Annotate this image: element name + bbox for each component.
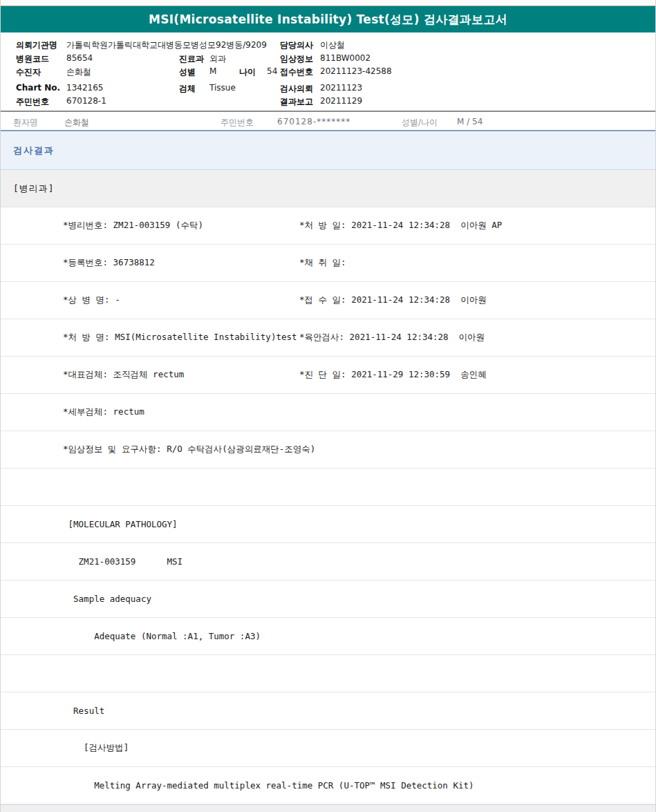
receipt-no-label: 접수번호 xyxy=(280,66,313,78)
clinical-info-label: 임상정보 xyxy=(280,53,313,65)
table-row: ZM21-003159 MSI xyxy=(1,543,655,580)
patient-strip: 환자명 손화철 주민번호 670128-******* 성별/나이 M / 54 xyxy=(1,112,655,131)
department-name: [병리과] xyxy=(13,182,55,195)
table-row: Sample adequacy xyxy=(1,580,655,618)
age-value: 54 xyxy=(267,66,277,76)
report-title-bar: MSI(Microsatellite Instability) Test(성모)… xyxy=(1,6,655,32)
rrn-value: 670128-1 xyxy=(66,96,106,106)
report-page: MSI(Microsatellite Instability) Test(성모)… xyxy=(0,0,656,812)
info-row-examinee: 수진자 손화철 성별 M 나이 54 접수번호 20211123-42588 xyxy=(1,66,655,80)
chart-no-label: Chart No. xyxy=(16,83,60,93)
sex-value: M xyxy=(209,66,216,76)
sub-specimen: *세부검체: rectum xyxy=(63,406,299,418)
receipt-no-value: 20211123-42588 xyxy=(320,66,392,76)
header-info-section: 의뢰기관명 가톨릭학원가톨릭대학교대병동모병성모92병동/9209 담당의사 이… xyxy=(1,32,655,112)
table-row: *세부검체: rectum xyxy=(1,394,655,431)
prescription-date: *처 방 일: 2021-11-24 12:34:28 이아원 AP xyxy=(299,220,655,232)
disease-name: *상 병 명: - xyxy=(63,294,299,306)
patient-sex-age-label: 성별/나이 xyxy=(402,117,438,129)
specimen-value: Tissue xyxy=(209,83,236,93)
report-date-value: 20211129 xyxy=(320,96,362,106)
result-rows: *병리번호: ZM21-003159 (수탁) *처 방 일: 2021-11-… xyxy=(1,207,655,804)
result-section-header: 검사결과 xyxy=(1,131,655,170)
patient-sex-age-value: M / 54 xyxy=(457,117,482,126)
report-date-label: 결과보고 xyxy=(280,96,313,108)
receipt-date: *접 수 일: 2021-11-24 12:34:28 이아원 xyxy=(299,294,655,306)
patient-name-label: 환자명 xyxy=(13,117,38,129)
patient-rrn-label: 주민번호 xyxy=(221,117,254,129)
result-section-title: 검사결과 xyxy=(13,144,55,157)
case-msi-line: ZM21-003159 MSI xyxy=(63,556,299,567)
table-row: *등록번호: 36738812 *채 취 일: xyxy=(1,245,655,282)
method-heading: [검사방법] xyxy=(63,742,299,754)
sample-adequacy-value: Adequate (Normal :A1, Tumor :A3) xyxy=(63,631,299,641)
table-row: *처 방 명: MSI(Microsatellite Instability)t… xyxy=(1,319,655,357)
prescription-name: *처 방 명: MSI(Microsatellite Instability)t… xyxy=(63,332,299,343)
table-row: *병리번호: ZM21-003159 (수탁) *처 방 일: 2021-11-… xyxy=(1,207,655,245)
table-row: *대표검체: 조직검체 rectum *진 단 일: 2021-11-29 12… xyxy=(1,357,655,394)
department-label: 진료과 xyxy=(179,53,204,65)
info-row-rrn: 주민번호 670128-1 결과보고 20211129 xyxy=(1,96,655,110)
collection-date: *채 취 일: xyxy=(299,257,655,269)
department-row: [병리과] xyxy=(1,170,655,207)
institution-value: 가톨릭학원가톨릭대학교대병동모병성모92병동/9209 xyxy=(66,39,267,51)
info-row-hospital-code: 병원코드 85654 진료과 외과 임상정보 811BW0002 xyxy=(1,53,655,67)
info-row-chart-no: Chart No. 1342165 검체 Tissue 검사의뢰 2021112… xyxy=(1,83,655,97)
hospital-code-label: 병원코드 xyxy=(16,53,49,65)
table-row: [MOLECULAR PATHOLOGY] xyxy=(1,506,655,543)
department-value: 외과 xyxy=(209,53,226,65)
specimen-label: 검체 xyxy=(179,83,196,95)
table-row: [검사방법] xyxy=(1,730,655,767)
hospital-code-value: 85654 xyxy=(66,53,93,63)
table-row-blank xyxy=(1,469,655,506)
institution-label: 의뢰기관명 xyxy=(16,39,57,51)
table-row: *임상정보 및 요구사항: R/O 수탁검사(삼광의료재단-조영숙) xyxy=(1,431,655,469)
doctor-label: 담당의사 xyxy=(280,39,313,51)
table-row: *상 병 명: - *접 수 일: 2021-11-24 12:34:28 이아… xyxy=(1,282,655,319)
table-row-blank xyxy=(1,655,655,692)
sex-label: 성별 xyxy=(179,66,196,78)
age-label: 나이 xyxy=(239,66,256,78)
rrn-label: 주민번호 xyxy=(16,96,49,108)
top-strip xyxy=(1,0,655,6)
registration-no: *등록번호: 36738812 xyxy=(63,257,299,269)
table-row: Adequate (Normal :A1, Tumor :A3) xyxy=(1,618,655,655)
gross-exam-date: *육안검사: 2021-11-24 12:34:28 이아원 xyxy=(299,332,655,343)
pathology-no: *병리번호: ZM21-003159 (수탁) xyxy=(63,220,299,232)
patient-name-value: 손화철 xyxy=(64,117,89,129)
clinical-info-value: 811BW0002 xyxy=(320,53,371,63)
main-specimen: *대표검체: 조직검체 rectum xyxy=(63,369,299,381)
bottom-strip xyxy=(1,804,655,812)
request-date-label: 검사의뢰 xyxy=(280,83,313,95)
table-row: Melting Array-mediated multiplex real-ti… xyxy=(1,767,655,804)
diagnosis-date: *진 단 일: 2021-11-29 12:30:59 송인혜 xyxy=(299,369,655,381)
page-title: MSI(Microsatellite Instability) Test(성모)… xyxy=(149,12,507,28)
sample-adequacy-heading: Sample adequacy xyxy=(63,594,299,604)
info-row-institution: 의뢰기관명 가톨릭학원가톨릭대학교대병동모병성모92병동/9209 담당의사 이… xyxy=(1,39,655,53)
molecular-pathology-heading: [MOLECULAR PATHOLOGY] xyxy=(63,519,299,529)
method-value: Melting Array-mediated multiplex real-ti… xyxy=(63,780,474,791)
request-date-value: 20211123 xyxy=(320,83,362,93)
examinee-value: 손화철 xyxy=(66,66,91,78)
chart-no-value: 1342165 xyxy=(66,83,103,93)
result-heading: Result xyxy=(63,706,299,716)
clinical-request-info: *임상정보 및 요구사항: R/O 수탁검사(삼광의료재단-조영숙) xyxy=(63,444,315,455)
examinee-label: 수진자 xyxy=(16,66,41,78)
table-row: Result xyxy=(1,692,655,730)
patient-rrn-value: 670128-******* xyxy=(277,117,350,126)
doctor-value: 이상철 xyxy=(320,39,345,51)
